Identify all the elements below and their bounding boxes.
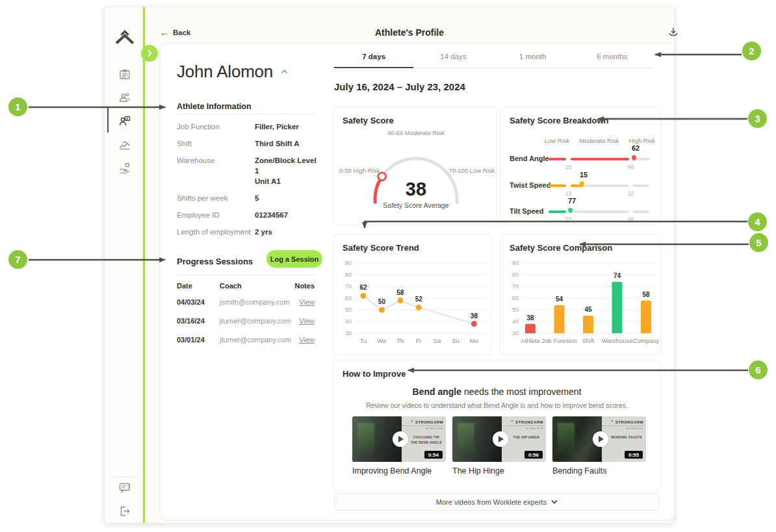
- sidebar-accent-line: [143, 7, 145, 523]
- video-caption: COACHING TIP THE BEND ANGLE: [408, 435, 445, 445]
- info-label: Shift: [177, 138, 255, 149]
- play-button[interactable]: [593, 431, 608, 447]
- svg-text:Sa: Sa: [433, 337, 441, 344]
- chevron-up-icon: [281, 70, 288, 74]
- metric-track-filled: [549, 158, 566, 160]
- tab-6-months[interactable]: 6 months: [573, 49, 652, 68]
- chevron-down-icon: [551, 500, 558, 504]
- play-icon: [599, 436, 604, 442]
- info-row: ShiftThird Shift A: [177, 138, 318, 149]
- metric-label: Tilt Speed: [510, 207, 543, 215]
- more-videos-bar[interactable]: More videos from Worklete experts: [334, 493, 660, 511]
- strongarm-wordmark: ⌃ STRONGARM: [502, 420, 543, 424]
- svg-text:74: 74: [614, 272, 621, 279]
- safety-score-card: Safety Score 0-39 High Risk 40-69 Modera…: [333, 107, 497, 225]
- info-row: Shifts per week5: [177, 193, 318, 203]
- worklete-wordmark: WORKLETE: [402, 427, 443, 430]
- play-button[interactable]: [393, 431, 408, 447]
- session-date: 03/16/24: [177, 317, 220, 325]
- video-card[interactable]: ⌃ STRONGARMWORKLETEBENDING FAULTS0:55Ben…: [552, 416, 646, 475]
- strongarm-wordmark: ⌃ STRONGARM: [602, 420, 643, 424]
- svg-text:38: 38: [471, 312, 478, 320]
- info-value: 01234567: [255, 210, 288, 220]
- sidebar-item-reports[interactable]: [118, 68, 132, 82]
- session-row: 04/03/24jsmith@company.comView: [177, 298, 315, 306]
- divider: [177, 275, 317, 275]
- svg-text:45: 45: [584, 306, 592, 313]
- sidebar-item-logout[interactable]: [118, 504, 132, 518]
- info-label: Employee ID: [177, 210, 255, 220]
- brand-rule: [502, 425, 543, 426]
- video-thumbnail[interactable]: ⌃ STRONGARMWORKLETEBENDING FAULTS0:55: [552, 416, 646, 462]
- strongarm-wordmark: ⌃ STRONGARM: [402, 420, 443, 424]
- video-thumbnail[interactable]: ⌃ STRONGARMWORKLETECOACHING TIP THE BEND…: [352, 416, 446, 462]
- sessions-table: 04/03/24jsmith@company.comView03/16/24jt…: [177, 298, 315, 344]
- info-value: Zone/Block Level 1 Unit A1: [255, 155, 318, 186]
- session-coach: jsmith@company.com: [220, 298, 299, 306]
- divider: [177, 114, 313, 114]
- sidebar-item-ergonomics[interactable]: [118, 161, 132, 175]
- callout-3: 3: [748, 109, 767, 128]
- tab-14-days[interactable]: 14 days: [413, 49, 493, 68]
- safety-score-comparison-card: Safety Score Comparison 3040506070809038…: [500, 234, 661, 355]
- card-title: Safety Score Comparison: [510, 243, 612, 253]
- bound-label: 22: [621, 190, 641, 197]
- session-date: 03/01/24: [177, 336, 220, 344]
- metric-track: [584, 184, 629, 187]
- svg-text:62: 62: [359, 284, 367, 291]
- time-range-tabs: 7 days14 days1 month6 months: [334, 49, 652, 68]
- info-label: Warehouse: [177, 155, 255, 186]
- view-link[interactable]: View: [299, 336, 315, 344]
- chevron-right-icon: [147, 49, 152, 57]
- brand-logo: ⌃ STRONGARMWORKLETE: [502, 420, 543, 430]
- callout-1: 1: [8, 97, 27, 116]
- notes-cell: View: [299, 317, 315, 325]
- svg-text:Fr: Fr: [416, 337, 422, 344]
- metric-track: [572, 210, 629, 213]
- video-title: The Hip Hinge: [452, 466, 546, 475]
- view-link[interactable]: View: [299, 317, 315, 325]
- view-link[interactable]: View: [299, 298, 315, 306]
- info-label: Job Function: [177, 121, 255, 132]
- card-title: How to Improve: [343, 369, 406, 379]
- video-card[interactable]: ⌃ STRONGARMWORKLETECOACHING TIP THE BEND…: [352, 416, 446, 475]
- video-caption: THE HIP HINGE: [508, 435, 545, 440]
- metric-label: Bend Angle: [510, 155, 549, 162]
- notes-cell: View: [299, 298, 315, 306]
- video-thumbnail[interactable]: ⌃ STRONGARMWORKLETETHE HIP HINGE0:56: [452, 416, 546, 462]
- sidebar-expand-button[interactable]: [141, 45, 158, 62]
- improve-headline: Bend angle needs the most improvement: [333, 386, 660, 397]
- bound-label: 20: [559, 164, 578, 170]
- sidebar-divider: [110, 477, 140, 477]
- info-label: Shifts per week: [177, 193, 255, 203]
- bound-label: 95: [621, 216, 641, 223]
- video-title: Bending Faults: [552, 466, 646, 475]
- video-card[interactable]: ⌃ STRONGARMWORKLETETHE HIP HINGE0:56The …: [452, 416, 546, 475]
- how-to-improve-card: How to Improve Bend angle needs the most…: [333, 360, 661, 491]
- play-button[interactable]: [493, 431, 508, 447]
- sidebar-item-athlete-profile[interactable]: [118, 114, 132, 128]
- comparison-bar-chart: 304050607080903854457458AthleteJob Funct…: [500, 254, 662, 353]
- tab-1-month[interactable]: 1 month: [493, 49, 573, 68]
- improve-subtext: Review our videos to understand what Ben…: [333, 401, 660, 409]
- info-row: WarehouseZone/Block Level 1 Unit A1: [177, 155, 318, 186]
- info-value: 2 yrs: [255, 227, 272, 237]
- log-session-button[interactable]: Log a Session: [266, 250, 322, 268]
- sidebar-item-metrics[interactable]: [118, 138, 132, 152]
- bound-label: 77: [559, 216, 578, 223]
- svg-text:80: 80: [512, 272, 519, 278]
- duration-badge: 0:56: [524, 451, 543, 459]
- callout-6: 6: [749, 361, 768, 379]
- zone-label-moderate-risk: 40-69 Moderate Risk: [377, 129, 455, 138]
- athlete-name-row[interactable]: John Alomon: [177, 62, 288, 82]
- download-button[interactable]: [667, 26, 679, 38]
- sidebar-item-team[interactable]: [118, 90, 132, 105]
- sidebar-item-help-chat[interactable]: ?: [118, 481, 132, 495]
- svg-text:Su: Su: [452, 337, 459, 344]
- tab-7-days[interactable]: 7 days: [334, 49, 413, 68]
- info-row: Job FunctionFiller, Picker: [177, 121, 318, 132]
- metric-marker: [632, 155, 636, 160]
- svg-text:70: 70: [512, 283, 519, 290]
- svg-text:50: 50: [378, 298, 386, 305]
- info-value: Third Shift A: [255, 138, 300, 149]
